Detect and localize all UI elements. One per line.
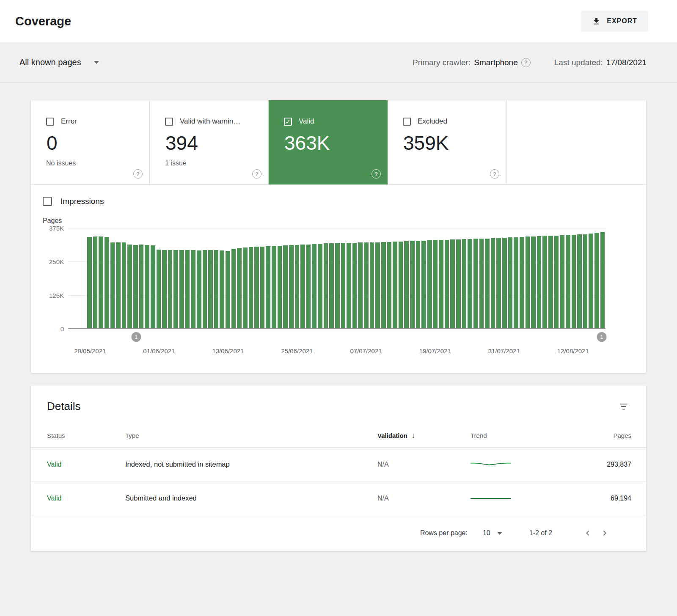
column-header-pages[interactable]: Pages — [568, 432, 631, 439]
chart-bar[interactable] — [456, 239, 461, 328]
chart-bar[interactable] — [116, 242, 121, 328]
status-card-valid[interactable]: Valid 363K — [269, 100, 388, 184]
chart-bar[interactable] — [600, 232, 605, 328]
chart-bar[interactable] — [531, 236, 536, 328]
checkbox-unchecked-icon[interactable] — [165, 118, 173, 126]
chart-bar[interactable] — [341, 243, 346, 328]
chart-bar[interactable] — [462, 239, 467, 328]
chart-bar[interactable] — [283, 245, 288, 328]
chart-bar[interactable] — [179, 250, 184, 328]
help-icon[interactable] — [252, 169, 261, 179]
chart-bar[interactable] — [191, 250, 195, 328]
status-card-valid-with-warnings[interactable]: Valid with warnin… 394 1 issue — [150, 100, 269, 184]
chart-bar[interactable] — [375, 242, 380, 329]
chart-bar[interactable] — [312, 244, 316, 328]
checkbox-checked-icon[interactable] — [284, 118, 292, 126]
chart-bar[interactable] — [393, 242, 397, 328]
chart-bar[interactable] — [548, 236, 553, 328]
help-icon[interactable] — [521, 58, 531, 67]
chart-bar[interactable] — [157, 250, 161, 328]
chart-bar[interactable] — [502, 238, 507, 328]
chart-bar[interactable] — [214, 250, 219, 328]
chart-bar[interactable] — [208, 250, 213, 328]
chart-bar[interactable] — [537, 236, 542, 328]
column-header-validation[interactable]: Validation — [377, 432, 471, 440]
chart-bar[interactable] — [439, 240, 443, 328]
export-button[interactable]: EXPORT — [581, 11, 648, 32]
table-row[interactable]: Valid Indexed, not submitted in sitemap … — [31, 448, 646, 481]
chart-bar[interactable] — [410, 241, 415, 328]
chart-bar[interactable] — [145, 245, 149, 328]
chart-bar[interactable] — [139, 245, 144, 328]
chart-bar[interactable] — [520, 237, 524, 328]
chart-bar[interactable] — [416, 241, 421, 328]
table-row[interactable]: Valid Submitted and indexed N/A 69,194 — [31, 481, 646, 515]
chart-bar[interactable] — [560, 235, 564, 328]
chart-bar[interactable] — [122, 242, 127, 329]
chart-bar[interactable] — [105, 237, 109, 328]
chart-bar[interactable] — [514, 237, 518, 329]
chart-bar[interactable] — [249, 247, 253, 328]
chart-bar[interactable] — [491, 238, 495, 328]
chart-bar[interactable] — [289, 245, 294, 328]
chart-bar[interactable] — [324, 243, 328, 328]
column-header-status[interactable]: Status — [47, 432, 125, 439]
chart-bar[interactable] — [237, 248, 242, 328]
chart-bar[interactable] — [300, 245, 305, 328]
chart-bar[interactable] — [554, 236, 559, 328]
chart-bar[interactable] — [566, 235, 570, 328]
chart-bar[interactable] — [468, 239, 472, 328]
chart-bar[interactable] — [358, 242, 363, 328]
chart-bar[interactable] — [347, 243, 351, 328]
rows-per-page-dropdown[interactable]: 10 — [483, 529, 502, 537]
checkbox-unchecked-icon[interactable] — [43, 197, 52, 206]
chart-bar[interactable] — [508, 237, 513, 328]
chart-bar[interactable] — [168, 250, 173, 328]
chart-bar[interactable] — [110, 242, 115, 329]
chart-bar[interactable] — [496, 238, 501, 328]
chart-bar[interactable] — [151, 245, 155, 328]
chart-bar[interactable] — [404, 241, 409, 328]
page-scope-dropdown[interactable]: All known pages — [19, 58, 99, 67]
filter-icon[interactable] — [618, 402, 629, 411]
chart-bar[interactable] — [173, 250, 178, 328]
chart-bar[interactable] — [231, 249, 236, 328]
chart-bar[interactable] — [479, 239, 484, 328]
chart-bar[interactable] — [99, 236, 103, 328]
chart-bar[interactable] — [335, 243, 340, 328]
chart-bar[interactable] — [572, 235, 576, 328]
chart-bar[interactable] — [272, 246, 276, 328]
help-icon[interactable] — [490, 169, 499, 179]
impressions-toggle[interactable]: Impressions — [43, 197, 646, 206]
next-page-button[interactable] — [596, 525, 613, 542]
chart-bar[interactable] — [450, 239, 455, 328]
chart-bar[interactable] — [203, 250, 207, 328]
checkbox-unchecked-icon[interactable] — [46, 118, 54, 126]
chart-bar[interactable] — [266, 246, 270, 328]
annotation-marker[interactable]: 1 — [597, 332, 607, 342]
chart-bar[interactable] — [370, 242, 374, 329]
chart-bar[interactable] — [133, 245, 138, 328]
chart-bar[interactable] — [589, 234, 593, 328]
status-card-error[interactable]: Error 0 No issues — [31, 100, 150, 184]
chart-bar[interactable] — [364, 242, 369, 328]
chart-bar[interactable] — [220, 250, 224, 328]
chart-bar[interactable] — [485, 239, 490, 328]
chart-bar[interactable] — [421, 241, 426, 328]
column-header-trend[interactable]: Trend — [471, 432, 568, 439]
annotation-marker[interactable]: 1 — [131, 332, 141, 342]
checkbox-unchecked-icon[interactable] — [403, 118, 411, 126]
chart-bar[interactable] — [399, 242, 403, 328]
chart-bar[interactable] — [162, 250, 167, 328]
chart-bar[interactable] — [185, 250, 190, 328]
chart-bar[interactable] — [226, 251, 230, 328]
chart-bar[interactable] — [542, 236, 547, 328]
chart-bar[interactable] — [87, 237, 92, 328]
chart-bar[interactable] — [473, 239, 478, 328]
chart-bar[interactable] — [127, 245, 132, 328]
chart-bar[interactable] — [318, 244, 322, 328]
chart-bar[interactable] — [329, 243, 334, 328]
chart-bar[interactable] — [594, 233, 599, 328]
chart-bar[interactable] — [387, 242, 392, 328]
chart-bar[interactable] — [352, 243, 357, 328]
